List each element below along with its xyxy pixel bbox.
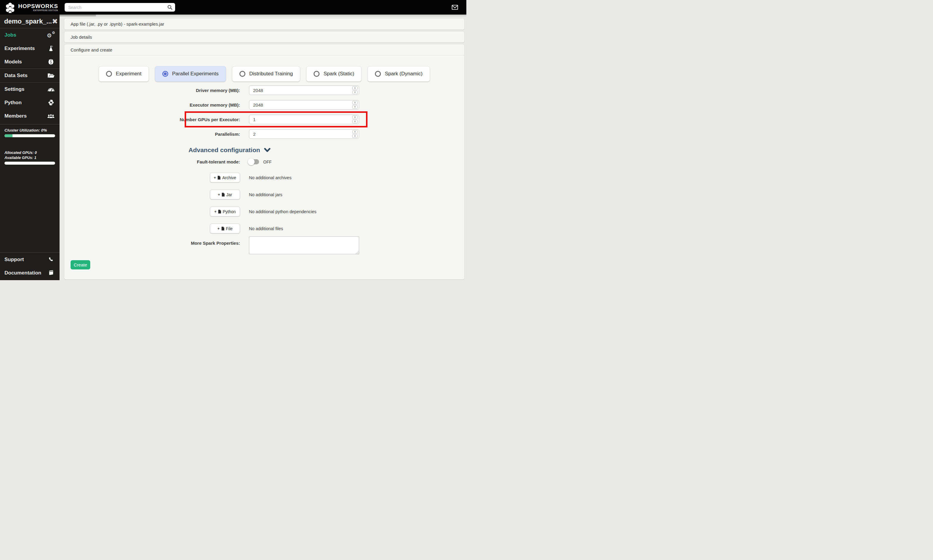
job-type-distributed-training[interactable]: Distributed Training [232,66,300,82]
sidebar-item-members[interactable]: Members [0,109,60,123]
fault-tolerant-row: Fault-tolerant mode: OFF [64,159,464,164]
sidebar-item-label: Experiments [5,46,35,51]
advanced-configuration-toggle[interactable]: Advanced configuration [188,146,464,154]
messages-envelope-icon[interactable] [452,5,458,10]
panel-job-details[interactable]: Job details [64,31,465,43]
executor-memory-label: Executor memory (MB): [64,102,240,108]
spark-properties-textarea[interactable] [249,236,359,254]
spin-down-icon[interactable]: ∨ [352,105,358,109]
job-type-experiment[interactable]: Experiment [99,66,149,82]
gears-icon: ⚙ ⚙ [47,31,55,39]
sidebar: demo_spark_... ✖ Jobs ⚙ ⚙ Experiments [0,15,60,280]
plus-icon: + [214,209,217,214]
advanced-configuration-label: Advanced configuration [188,146,260,154]
spin-up-icon[interactable]: ∧ [352,86,358,90]
spin-down-icon[interactable]: ∨ [352,134,358,138]
driver-memory-input[interactable] [249,85,359,95]
spin-down-icon[interactable]: ∨ [352,120,358,123]
close-project-icon[interactable]: ✖ [52,18,58,25]
cluster-utilization-section: Cluster Utilization: 0% Allocated GPUs: … [0,125,60,168]
spin-up-icon[interactable]: ∧ [352,115,358,119]
sidebar-item-label: Data Sets [5,73,28,78]
fault-tolerant-toggle[interactable] [249,159,259,164]
spin-down-icon[interactable]: ∨ [352,91,358,94]
sidebar-item-support[interactable]: Support [0,253,60,266]
file-status-text: No additional files [249,226,283,231]
python-icon [47,99,55,106]
job-type-spark-dynamic[interactable]: Spark (Dynamic) [368,66,430,82]
book-icon [47,270,55,276]
file-icon [221,226,225,231]
logo-title: HOPSWORKS [18,3,58,9]
driver-memory-label: Driver memory (MB): [64,88,240,93]
brain-icon [47,58,55,66]
main-content: App file (.jar, .py or .ipynb) - spark-e… [60,15,466,280]
sidebar-item-label: Models [5,59,22,65]
sidebar-item-label: Support [5,257,24,263]
add-archive-label: Archive [222,175,236,180]
add-file-button[interactable]: + File [210,223,240,234]
file-icon [222,192,225,197]
parallelism-row: Parallelism: ∧ ∨ [64,129,464,139]
fault-tolerant-state: OFF [263,160,272,164]
chevron-down-icon [264,148,270,152]
sidebar-item-label: Members [5,113,27,119]
job-type-selector: Experiment Parallel Experiments Distribu… [64,66,464,82]
spin-up-icon[interactable]: ∧ [352,101,358,105]
gpu-bar [5,162,55,165]
python-upload-row: + Python No additional python dependenci… [64,207,464,217]
search-input[interactable] [65,3,175,12]
search-icon[interactable] [167,5,172,10]
sidebar-item-settings[interactable]: Settings [0,83,60,96]
num-gpus-row: Number GPUs per Executor: ∧ ∨ [64,115,464,124]
gauge-icon [47,86,55,92]
cluster-utilization-label: Cluster Utilization: 0% [5,128,55,132]
jar-status-text: No additional jars [249,192,282,197]
python-status-text: No additional python dependencies [249,209,317,214]
radio-icon [239,71,245,77]
sidebar-item-label: Documentation [5,270,42,276]
sidebar-item-experiments[interactable]: Experiments [0,42,60,55]
create-button[interactable]: Create [71,260,90,269]
file-icon [217,175,221,180]
project-title: demo_spark_... [4,18,52,25]
panel-configure-create: Configure and create Experiment Parallel… [64,44,465,280]
available-gpus-label: Available GPUs: 1 [5,156,55,160]
add-jar-button[interactable]: + Jar [210,190,240,200]
jar-upload-row: + Jar No additional jars [64,190,464,200]
sidebar-item-python[interactable]: Python [0,96,60,109]
project-header: demo_spark_... ✖ [0,15,60,28]
sidebar-item-jobs[interactable]: Jobs ⚙ ⚙ [0,28,60,42]
parallelism-label: Parallelism: [64,132,240,137]
scrollbar-thumb[interactable] [60,15,96,16]
job-type-parallel-experiments[interactable]: Parallel Experiments [155,66,226,82]
file-icon [218,209,221,214]
panel-app-file-label: App file (.jar, .py or .ipynb) - spark-e… [71,22,164,26]
panel-configure-create-header[interactable]: Configure and create [64,45,464,55]
job-type-spark-static[interactable]: Spark (Static) [306,66,362,82]
num-gpus-input[interactable] [249,115,359,124]
sidebar-item-documentation[interactable]: Documentation [0,266,60,280]
fault-tolerant-label: Fault-tolerant mode: [64,159,240,164]
cluster-utilization-bar [5,134,55,137]
sidebar-item-label: Jobs [5,32,16,38]
add-python-button[interactable]: + Python [210,207,240,217]
flask-icon [47,45,55,52]
radio-icon [375,71,381,77]
horizontal-scrollbar[interactable] [60,15,466,16]
parallelism-input[interactable] [249,129,359,139]
add-archive-button[interactable]: + Archive [210,173,240,183]
driver-memory-row: Driver memory (MB): ∧ ∨ [64,85,464,95]
sidebar-item-datasets[interactable]: Data Sets [0,69,60,82]
plus-icon: + [214,175,216,180]
panel-app-file[interactable]: App file (.jar, .py or .ipynb) - spark-e… [64,18,465,30]
add-jar-label: Jar [226,192,232,197]
toggle-knob[interactable] [248,158,255,165]
phone-icon [47,257,55,263]
spin-up-icon[interactable]: ∧ [352,130,358,134]
plus-icon: + [218,192,220,197]
hopsworks-logo[interactable]: HOPSWORKS ENTERPRISE EDITION [5,2,58,13]
sidebar-item-models[interactable]: Models [0,55,60,68]
allocated-gpus-label: Allocated GPUs: 0 [5,151,55,155]
executor-memory-input[interactable] [249,100,359,109]
